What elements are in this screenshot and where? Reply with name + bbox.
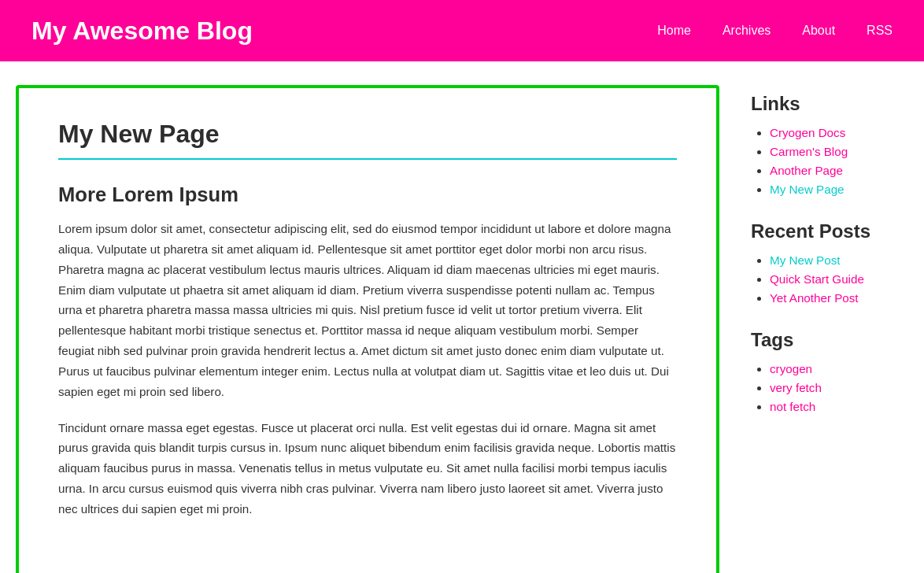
- list-item: not fetch: [770, 400, 908, 414]
- link-cryogen-docs[interactable]: Cryogen Docs: [770, 126, 845, 139]
- list-item: My New Post: [770, 253, 908, 268]
- list-item: Quick Start Guide: [770, 272, 908, 286]
- list-item: Yet Another Post: [770, 291, 908, 305]
- post-quick-start-guide[interactable]: Quick Start Guide: [770, 272, 864, 286]
- page-container: My New Page More Lorem Ipsum Lorem ipsum…: [0, 85, 924, 573]
- list-item: very fetch: [770, 381, 908, 395]
- list-item: Carmen's Blog: [770, 145, 908, 159]
- sidebar-recent-posts-list: My New Post Quick Start Guide Yet Anothe…: [751, 253, 908, 305]
- page-title: My New Page: [58, 120, 677, 149]
- sidebar-links-list: Cryogen Docs Carmen's Blog Another Page …: [751, 126, 908, 197]
- sidebar-tags-list: cryogen very fetch not fetch: [751, 362, 908, 414]
- link-another-page[interactable]: Another Page: [770, 164, 843, 177]
- sidebar-tags-section: Tags cryogen very fetch not fetch: [751, 329, 908, 414]
- nav-home[interactable]: Home: [657, 24, 691, 38]
- list-item: Another Page: [770, 164, 908, 178]
- section-heading: More Lorem Ipsum: [58, 183, 677, 206]
- sidebar-recent-posts-title: Recent Posts: [751, 220, 908, 242]
- content-paragraph-2: Tincidunt ornare massa eget egestas. Fus…: [58, 418, 677, 519]
- post-yet-another-post[interactable]: Yet Another Post: [770, 291, 859, 305]
- content-paragraph-1: Lorem ipsum dolor sit amet, consectetur …: [58, 219, 677, 402]
- nav-about[interactable]: About: [802, 24, 835, 38]
- sidebar-links-title: Links: [751, 93, 908, 115]
- sidebar-recent-posts-section: Recent Posts My New Post Quick Start Gui…: [751, 220, 908, 305]
- title-divider: [58, 158, 677, 160]
- post-my-new-post[interactable]: My New Post: [770, 253, 840, 267]
- link-my-new-page[interactable]: My New Page: [770, 183, 845, 196]
- nav-rss[interactable]: RSS: [867, 24, 893, 38]
- tag-not-fetch[interactable]: not fetch: [770, 400, 815, 413]
- sidebar: Links Cryogen Docs Carmen's Blog Another…: [751, 85, 908, 573]
- nav-archives[interactable]: Archives: [723, 24, 771, 38]
- list-item: cryogen: [770, 362, 908, 376]
- link-carmens-blog[interactable]: Carmen's Blog: [770, 145, 848, 158]
- main-nav: Home Archives About RSS: [657, 24, 893, 38]
- tag-cryogen[interactable]: cryogen: [770, 362, 812, 375]
- site-header: My Awesome Blog Home Archives About RSS: [0, 0, 924, 61]
- main-content: My New Page More Lorem Ipsum Lorem ipsum…: [16, 85, 719, 573]
- sidebar-tags-title: Tags: [751, 329, 908, 351]
- site-title: My Awesome Blog: [31, 17, 253, 46]
- list-item: Cryogen Docs: [770, 126, 908, 140]
- list-item: My New Page: [770, 183, 908, 197]
- sidebar-links-section: Links Cryogen Docs Carmen's Blog Another…: [751, 93, 908, 197]
- tag-very-fetch[interactable]: very fetch: [770, 381, 822, 394]
